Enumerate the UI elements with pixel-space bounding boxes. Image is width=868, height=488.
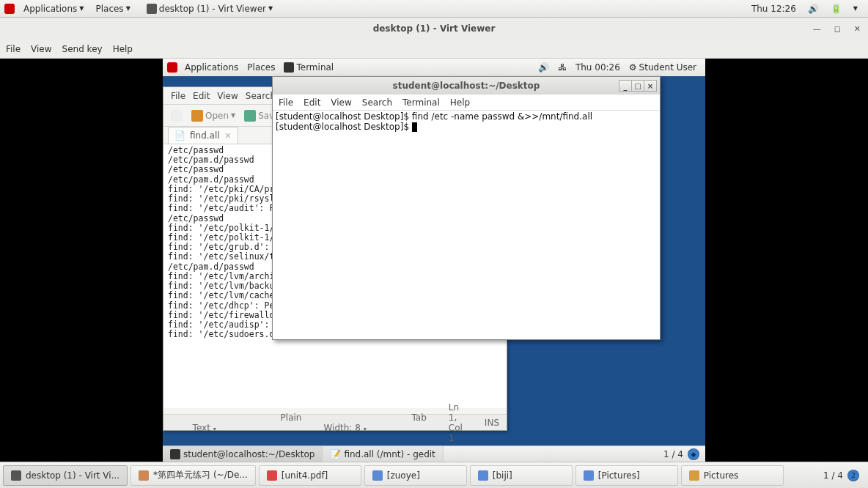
guest-top-panel: Applications Places Terminal 🔊 🖧 Thu 00:… xyxy=(163,59,705,76)
close-button[interactable]: ✕ xyxy=(854,24,861,34)
term-help-menu[interactable]: Help xyxy=(450,97,470,108)
new-button[interactable] xyxy=(171,110,183,122)
insert-mode: INS xyxy=(485,418,499,428)
terminal-output[interactable]: [student@localhost Desktop]$ find /etc -… xyxy=(273,111,660,339)
maximize-button[interactable]: ◻ xyxy=(834,24,841,34)
terminal-icon xyxy=(284,62,294,73)
task-label: [zuoye] xyxy=(387,470,420,481)
redhat-icon xyxy=(167,62,177,73)
guest-places-menu[interactable]: Places xyxy=(243,62,279,73)
vv-file-menu[interactable]: File xyxy=(6,44,21,54)
workspace-switcher-icon[interactable]: ◆ xyxy=(688,448,699,460)
task-label: find.all (/mnt) - gedit xyxy=(344,449,435,459)
label: Terminal xyxy=(296,62,334,73)
clock-text: Thu 12:26 xyxy=(751,4,796,14)
open-button[interactable]: Open ▼ xyxy=(191,110,235,122)
guest-desktop[interactable]: Applications Places Terminal 🔊 🖧 Thu 00:… xyxy=(163,59,705,462)
redhat-icon xyxy=(4,4,15,14)
host-top-panel: Applications ▼ Places ▼ desktop (1) - Vi… xyxy=(0,0,868,18)
gedit-tab-findall[interactable]: 📄 find.all × xyxy=(168,127,238,144)
maximize-button[interactable]: □ xyxy=(631,80,644,92)
close-button[interactable]: × xyxy=(644,80,657,92)
term-edit-menu[interactable]: Edit xyxy=(304,97,320,108)
chevron-down-icon: ▾ xyxy=(364,426,367,432)
host-active-window-menu[interactable]: desktop (1) - Virt Viewer ▼ xyxy=(141,4,279,14)
task-label: [unit4.pdf] xyxy=(282,470,328,481)
guest-applications-menu[interactable]: Applications xyxy=(180,62,243,73)
document-icon xyxy=(372,470,383,481)
host-task-pictures-folder[interactable]: Pictures xyxy=(681,465,784,486)
terminal-window[interactable]: student@localhost:~/Desktop _ □ × File E… xyxy=(272,76,661,340)
window-title: desktop (1) - Virt Viewer xyxy=(373,23,496,34)
terminal-title-text: student@localhost:~/Desktop xyxy=(393,81,540,91)
host-task-zuoye[interactable]: [zuoye] xyxy=(364,465,467,486)
cursor-icon xyxy=(412,122,417,132)
minimize-button[interactable]: _ xyxy=(619,80,632,92)
virt-viewer-titlebar[interactable]: desktop (1) - Virt Viewer — ◻ ✕ xyxy=(0,18,868,40)
chevron-down-icon: ▼ xyxy=(268,5,273,12)
term-search-menu[interactable]: Search xyxy=(362,97,392,108)
vm-viewport-frame: Applications Places Terminal 🔊 🖧 Thu 00:… xyxy=(0,59,868,462)
network-icon[interactable]: 🖧 xyxy=(553,62,571,73)
user-menu-icon[interactable]: ▼ xyxy=(847,5,864,12)
label: Applications xyxy=(23,4,77,14)
workspace-switcher-icon[interactable]: 2 xyxy=(847,470,859,481)
chevron-down-icon: ▾ xyxy=(213,426,216,432)
gedit-edit-menu[interactable]: Edit xyxy=(193,91,210,101)
host-task-biji[interactable]: [biji] xyxy=(470,465,573,486)
guest-task-gedit[interactable]: 📝 find.all (/mnt) - gedit xyxy=(323,446,443,462)
language-selector[interactable]: Plain Text ▾ xyxy=(193,413,302,433)
label: Open xyxy=(205,111,229,121)
guest-clock[interactable]: Thu 00:26 xyxy=(571,62,625,73)
volume-icon[interactable]: 🔊 xyxy=(534,62,553,73)
gedit-statusbar: Plain Text ▾ Tab Width: 8 ▾ Ln 1, Col 1 … xyxy=(163,414,507,430)
vv-sendkey-menu[interactable]: Send key xyxy=(62,44,103,54)
host-task-pictures-doc[interactable]: [Pictures] xyxy=(575,465,678,486)
minimize-button[interactable]: — xyxy=(813,24,821,34)
folder-open-icon xyxy=(191,110,203,122)
vv-view-menu[interactable]: View xyxy=(31,44,51,54)
host-task-gedit[interactable]: *第四单元练习 (~/De... xyxy=(130,465,256,486)
label: Applications xyxy=(185,62,238,73)
host-task-unit4pdf[interactable]: [unit4.pdf] xyxy=(259,465,361,486)
virt-viewer-menubar: File View Send key Help xyxy=(0,40,868,59)
vm-icon xyxy=(147,4,157,14)
guest-user-menu[interactable]: ⚙ Student User xyxy=(625,62,701,73)
document-icon xyxy=(584,470,594,481)
battery-icon[interactable]: 🔋 xyxy=(825,4,847,14)
document-icon xyxy=(478,470,488,481)
guest-bottom-panel: student@localhost:~/Desktop 📝 find.all (… xyxy=(163,446,705,462)
terminal-icon xyxy=(170,449,180,459)
host-task-virtviewer[interactable]: desktop (1) - Virt Vi... xyxy=(3,465,128,486)
vv-help-menu[interactable]: Help xyxy=(113,44,133,54)
host-places-menu[interactable]: Places ▼ xyxy=(89,4,136,14)
term-file-menu[interactable]: File xyxy=(279,97,293,108)
clock-text: Thu 00:26 xyxy=(575,62,620,73)
document-icon: 📄 xyxy=(174,130,185,141)
gedit-file-menu[interactable]: File xyxy=(171,91,185,101)
terminal-titlebar[interactable]: student@localhost:~/Desktop _ □ × xyxy=(273,77,660,95)
workspace-indicator[interactable]: 1 / 4 xyxy=(663,449,683,459)
guest-window-menu[interactable]: Terminal xyxy=(279,62,338,73)
save-button[interactable]: Sav xyxy=(244,110,274,122)
gedit-view-menu[interactable]: View xyxy=(217,91,238,101)
close-tab-icon[interactable]: × xyxy=(224,130,232,141)
user-label: Student User xyxy=(639,62,696,73)
volume-icon[interactable]: 🔊 xyxy=(802,4,825,14)
gedit-search-menu[interactable]: Search xyxy=(246,91,276,101)
guest-task-terminal[interactable]: student@localhost:~/Desktop xyxy=(163,446,323,462)
task-label: student@localhost:~/Desktop xyxy=(183,449,315,459)
host-applications-menu[interactable]: Applications ▼ xyxy=(18,4,89,14)
host-workspace-indicator[interactable]: 1 / 4 xyxy=(823,470,843,481)
host-clock[interactable]: Thu 12:26 xyxy=(746,4,802,14)
task-label: [Pictures] xyxy=(598,470,640,481)
chevron-down-icon: ▼ xyxy=(231,112,235,119)
gedit-icon: 📝 xyxy=(330,449,341,459)
term-view-menu[interactable]: View xyxy=(331,97,351,108)
command-text: find /etc -name passwd &>>/mnt/find.all xyxy=(412,111,592,122)
tab-width-selector[interactable]: Tab Width: 8 ▾ xyxy=(323,413,426,433)
chevron-down-icon: ▼ xyxy=(126,5,130,12)
save-icon xyxy=(244,110,256,122)
term-terminal-menu[interactable]: Terminal xyxy=(402,97,440,108)
chevron-down-icon: ▼ xyxy=(79,5,84,12)
